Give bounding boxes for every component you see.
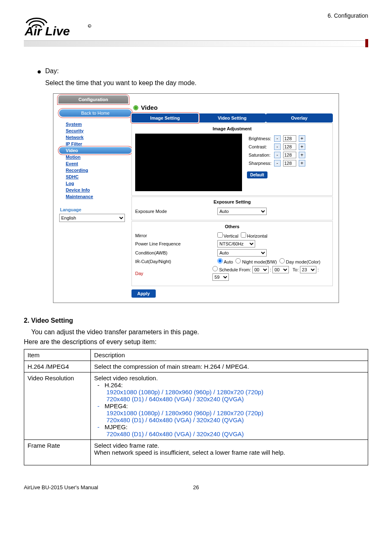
r2-l1: Select video resolution. <box>94 375 364 382</box>
page-number: 26 <box>193 484 199 490</box>
apply-button[interactable]: Apply <box>131 289 156 298</box>
default-button[interactable]: Default <box>247 171 267 178</box>
footer-left: AirLive BU-2015 User's Manual <box>24 484 98 490</box>
exposure-mode-select[interactable]: Auto <box>217 208 267 215</box>
r2-h264: H.264: <box>105 382 123 388</box>
nav-maintenance[interactable]: Maintenance <box>59 193 131 200</box>
th-desc: Description <box>91 349 368 361</box>
r3-item: Frame Rate <box>24 440 91 465</box>
video-title-text: Video <box>141 104 158 111</box>
sharpness-plus-button[interactable]: + <box>299 160 305 166</box>
globe-icon: ◉ <box>133 104 138 111</box>
image-adjustment-title: Image Adjustment <box>135 126 329 131</box>
r2-mpeg4-a: 1920x1080 (1080p) / 1280x960 (960p) / 12… <box>106 409 364 416</box>
video-title: ◉ Video <box>133 104 333 111</box>
brightness-input[interactable] <box>283 135 296 142</box>
back-to-home-button[interactable]: Back to Home <box>59 109 131 117</box>
r3-l2: When network speed is insufficient, sele… <box>94 449 364 456</box>
contrast-minus-button[interactable]: - <box>274 143 281 150</box>
vertical-label: Vertical <box>224 234 238 238</box>
r2-h264-a: 1920x1080 (1080p) / 1280x960 (960p) / 12… <box>106 388 364 395</box>
configuration-tab[interactable]: Configuration <box>58 95 128 104</box>
section2-line1: You can adjust the video transfer parame… <box>31 328 368 336</box>
sched-m1-select[interactable]: 00 <box>272 266 289 273</box>
language-label: Language <box>59 207 131 212</box>
brightness-label: Brightness: <box>248 135 272 142</box>
exposure-mode-label: Exposure Mode <box>135 209 217 214</box>
contrast-label: Contrast: <box>248 143 272 150</box>
saturation-label: Saturation: <box>248 152 272 158</box>
tab-image-setting[interactable]: Image Setting <box>131 113 198 123</box>
tab-overlay[interactable]: Overlay <box>266 113 333 123</box>
sharpness-input[interactable] <box>283 160 296 166</box>
schedule-from-label: Schedule From: <box>219 267 251 272</box>
svg-text:Air Live: Air Live <box>24 24 70 38</box>
r2-item: Video Resolution <box>24 372 91 440</box>
tab-video-setting[interactable]: Video Setting <box>198 113 265 123</box>
bullet-title: Day: <box>45 67 59 75</box>
nav-motion[interactable]: Motion <box>59 154 131 160</box>
r1-desc: Select the compression of main stream: H… <box>91 361 368 372</box>
logo: Air Live R <box>24 14 368 38</box>
plf-select[interactable]: NTSC/60Hz <box>217 240 255 247</box>
ircut-label: IR-Cut(Day/Night) <box>135 259 217 264</box>
condition-label: Condition(AWB) <box>135 250 217 255</box>
nav-system[interactable]: System <box>59 121 131 127</box>
language-select[interactable]: English <box>59 214 125 222</box>
sharpness-label: Sharpness: <box>248 160 272 166</box>
description-table: Item Description H.264 /MPEG4 Select the… <box>24 349 368 465</box>
saturation-plus-button[interactable]: + <box>299 152 305 158</box>
horizontal-label: Horizontal <box>247 234 267 238</box>
brightness-minus-button[interactable]: - <box>274 135 281 142</box>
svg-text:R: R <box>88 25 90 28</box>
section2-heading: 2. Video Setting <box>24 317 368 324</box>
nav-recording[interactable]: Recording <box>59 167 131 173</box>
r3-desc: Select video frame rate. When network sp… <box>91 440 368 465</box>
mirror-label: Mirror <box>135 233 217 238</box>
ircut-day-radio[interactable] <box>279 258 285 264</box>
nav-list: System Security Network IP Filter Video … <box>59 121 131 200</box>
nav-event[interactable]: Event <box>59 160 131 167</box>
sched-h2-select[interactable]: 23 <box>300 266 316 273</box>
brightness-plus-button[interactable]: + <box>299 135 305 142</box>
breadcrumb: 6. Configuration <box>327 12 368 19</box>
contrast-input[interactable] <box>283 143 296 150</box>
horizontal-checkbox[interactable] <box>241 232 246 238</box>
video-screenshot: Configuration Back to Home System Securi… <box>53 93 339 303</box>
bullet-dot: ● <box>37 67 45 76</box>
preview-area <box>135 134 242 191</box>
ircut-night-label: Night mode(B/W) <box>242 259 277 264</box>
saturation-input[interactable] <box>283 152 296 158</box>
plf-label: Power Line Frequence <box>135 241 217 246</box>
bullet-desc: Select the time that you want to keep th… <box>45 79 368 87</box>
ircut-day-label: Day mode(Color) <box>286 259 321 264</box>
nav-video[interactable]: Video <box>59 147 131 154</box>
nav-security[interactable]: Security <box>59 127 131 134</box>
condition-select[interactable]: Auto <box>217 249 267 257</box>
ircut-night-radio[interactable] <box>235 258 241 264</box>
vertical-checkbox[interactable] <box>217 232 223 238</box>
ircut-auto-label: Auto <box>224 259 233 264</box>
nav-device-info[interactable]: Device Info <box>59 187 131 193</box>
saturation-minus-button[interactable]: - <box>274 152 281 158</box>
r2-desc: Select video resolution. - H.264: 1920x1… <box>91 372 368 440</box>
sharpness-minus-button[interactable]: - <box>274 160 281 166</box>
nav-ip-filter[interactable]: IP Filter <box>59 141 131 147</box>
sched-h1-select[interactable]: 00 <box>252 266 269 273</box>
section2-line2: Here are the descriptions of every setup… <box>24 338 368 346</box>
header-divider <box>24 40 368 47</box>
r2-h264-b: 720x480 (D1) / 640x480 (VGA) / 320x240 (… <box>106 395 364 402</box>
nav-log[interactable]: Log <box>59 180 131 187</box>
nav-sdhc[interactable]: SDHC <box>59 173 131 180</box>
r2-mjpeg: MJPEG: <box>105 423 128 430</box>
ircut-auto-radio[interactable] <box>217 258 223 264</box>
to-label: To: <box>293 267 299 272</box>
r3-l1: Select video frame rate. <box>94 442 364 449</box>
others-title: Others <box>135 224 329 229</box>
schedule-radio[interactable] <box>212 266 218 271</box>
r2-mpeg4-b: 720x480 (D1) / 640x480 (VGA) / 320x240 (… <box>106 416 364 423</box>
nav-network[interactable]: Network <box>59 134 131 141</box>
contrast-plus-button[interactable]: + <box>299 143 305 150</box>
sched-m2-select[interactable]: 59 <box>212 273 229 281</box>
r1-item: H.264 /MPEG4 <box>24 361 91 372</box>
